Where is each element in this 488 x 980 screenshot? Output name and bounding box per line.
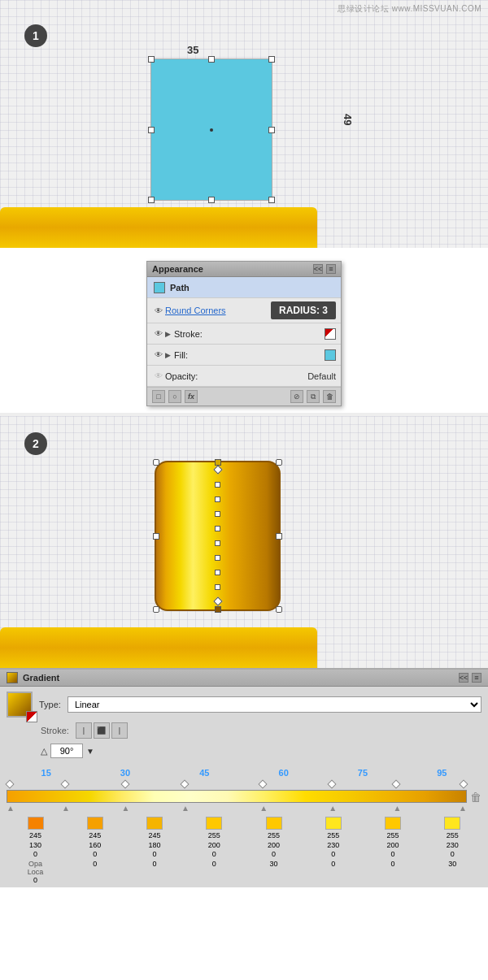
radius-tooltip: RADIUS: 3 [271, 301, 336, 319]
gradient-panel-icon [7, 672, 18, 683]
eye-icon-fill[interactable]: 👁 [152, 350, 165, 360]
opacity-row: 👁 Opacity: Default [147, 366, 341, 387]
color-stop-swatch-1[interactable] [87, 817, 103, 830]
gradient-angle-input[interactable] [50, 744, 83, 758]
node-6[interactable] [215, 555, 220, 561]
stroke-icons-row: Stroke: | ⬛ | [7, 722, 481, 739]
stop-handle-4[interactable]: ▲ [259, 804, 268, 813]
stroke-row[interactable]: 👁 ▶ Stroke: [147, 323, 341, 345]
gradient-type-select[interactable]: Linear [68, 696, 481, 713]
color-r-4: 255 [268, 831, 280, 841]
round-corners-label[interactable]: Round Corners [165, 306, 264, 315]
color-stop-swatch-0[interactable] [28, 817, 44, 830]
fill-row[interactable]: 👁 ▶ Fill: [147, 345, 341, 366]
blue-rectangle[interactable] [150, 59, 272, 201]
handle-bottom-right[interactable] [268, 197, 275, 203]
golden-handle-bc[interactable] [215, 606, 221, 613]
gradient-bar[interactable] [7, 790, 467, 803]
color-b-7: 0 [451, 850, 455, 860]
golden-handle-tl[interactable] [153, 459, 159, 466]
stroke-icon-3[interactable]: | [111, 722, 128, 739]
handle-top-right[interactable] [268, 56, 275, 63]
stop-handle-2[interactable]: ▲ [122, 804, 130, 813]
color-stop-swatch-3[interactable] [206, 817, 222, 830]
stop-top-1[interactable] [60, 779, 69, 788]
handle-bottom-left[interactable] [148, 197, 155, 203]
node-8[interactable] [215, 584, 220, 590]
color-stop-swatch-2[interactable] [146, 817, 163, 830]
node-7[interactable] [215, 570, 220, 575]
golden-handle-mr[interactable] [276, 533, 282, 540]
golden-handle-br[interactable] [276, 606, 282, 613]
handle-top-left[interactable] [148, 56, 155, 63]
stroke-swatch[interactable] [325, 328, 336, 340]
stop-top-3[interactable] [180, 779, 189, 788]
eye-icon-stroke[interactable]: 👁 [152, 329, 165, 339]
round-corners-row[interactable]: 👁 Round Corners RADIUS: 3 [147, 298, 341, 323]
color-g-0: 130 [29, 841, 41, 851]
fill-swatch[interactable] [325, 349, 336, 361]
stop-handle-0[interactable]: ▲ [7, 804, 15, 813]
golden-rectangle[interactable] [155, 461, 281, 611]
color-stop-col-6: 255 200 0 0 [364, 817, 422, 884]
golden-handle-tr[interactable] [276, 459, 282, 466]
stop-top-5[interactable] [328, 779, 337, 788]
path-color-swatch[interactable] [154, 282, 165, 293]
stop-top-6[interactable] [392, 779, 401, 788]
expand-stroke[interactable]: ▶ [165, 330, 171, 338]
color-b-2: 0 [153, 850, 157, 860]
gradient-menu-btn[interactable]: ≡ [472, 673, 481, 683]
stroke-icon-2[interactable]: ⬛ [94, 722, 110, 739]
node-3[interactable] [215, 511, 220, 517]
path-nodes [215, 462, 221, 609]
golden-handle-bl[interactable] [153, 606, 159, 613]
node-1[interactable] [215, 482, 220, 488]
footer-delete-icon[interactable]: 🗑 [323, 390, 336, 403]
stop-top-0[interactable] [5, 779, 14, 788]
stop-top-7[interactable] [459, 779, 468, 788]
footer-circle-icon[interactable]: ○ [168, 390, 181, 403]
panel-menu-btn[interactable]: ≡ [326, 264, 336, 274]
color-r-5: 255 [327, 831, 339, 841]
handle-bottom-center[interactable] [208, 197, 215, 203]
stop-handle-7[interactable]: ▲ [459, 804, 467, 813]
footer-no-icon[interactable]: ⊘ [290, 390, 303, 403]
footer-fx-icon[interactable]: fx [185, 390, 198, 403]
angle-dropdown-arrow[interactable]: ▼ [86, 747, 94, 756]
path-label: Path [170, 283, 190, 293]
color-b-3: 0 [212, 850, 216, 860]
color-stop-swatch-6[interactable] [385, 817, 401, 830]
golden-handle-ml[interactable] [153, 533, 159, 540]
panel-collapse-btn[interactable]: << [313, 264, 323, 274]
footer-dup-icon[interactable]: ⧉ [307, 390, 320, 403]
gradient-delete-icon[interactable]: 🗑 [470, 791, 481, 804]
node-5[interactable] [215, 540, 220, 546]
node-2[interactable] [215, 497, 220, 502]
eye-icon-round[interactable]: 👁 [152, 306, 165, 315]
color-stop-swatch-7[interactable] [444, 817, 460, 830]
node-4[interactable] [215, 526, 220, 531]
center-dot [210, 128, 213, 132]
blue-rect-container [150, 59, 272, 201]
stop-handle-6[interactable]: ▲ [393, 804, 401, 813]
footer-rect-icon[interactable]: □ [152, 390, 165, 403]
color-r-2: 245 [149, 831, 161, 841]
stop-top-4[interactable] [259, 779, 268, 788]
color-stop-swatch-4[interactable] [266, 817, 282, 830]
stop-handle-3[interactable]: ▲ [181, 804, 190, 813]
node-top[interactable] [213, 466, 222, 475]
stop-handle-5[interactable]: ▲ [329, 804, 337, 813]
stop-top-2[interactable] [120, 779, 129, 788]
stroke-icon-1[interactable]: | [76, 722, 92, 739]
golden-handle-tc[interactable] [215, 459, 221, 466]
stroke-icon-group: | ⬛ | [76, 722, 128, 739]
expand-fill[interactable]: ▶ [165, 351, 171, 359]
handle-mid-right[interactable] [268, 127, 275, 133]
handle-mid-left[interactable] [148, 127, 155, 133]
color-stop-swatch-5[interactable] [325, 817, 342, 830]
node-bottom[interactable] [213, 597, 222, 606]
color-b-4: 0 [272, 850, 276, 860]
stop-handle-1[interactable]: ▲ [62, 804, 70, 813]
handle-top-center[interactable] [208, 56, 215, 63]
gradient-collapse-btn[interactable]: << [459, 673, 468, 683]
